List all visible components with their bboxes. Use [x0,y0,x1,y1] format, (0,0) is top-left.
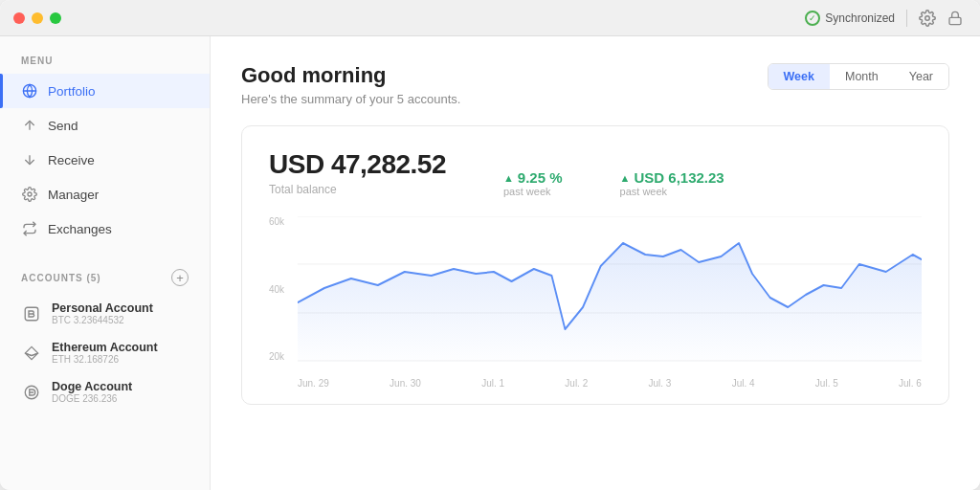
usd-change-stat: ▲ USD 6,132.23 past week [620,169,724,197]
account-item-personal[interactable]: Personal Account BTC 3.23644532 [0,294,210,333]
portfolio-icon [21,82,38,100]
doge-icon [21,382,42,403]
add-account-button[interactable]: + [171,269,189,286]
greeting-row: Good morning Here's the summary of your … [241,63,949,106]
personal-account-name: Personal Account [52,301,153,315]
maximize-button[interactable] [50,12,61,24]
total-balance: USD 47,282.52 Total balance [269,149,446,197]
account-item-ethereum[interactable]: Ethereum Account ETH 32.168726 [0,333,210,372]
y-label-40k: 40k [269,284,284,295]
exchanges-icon [21,220,38,237]
greeting-title: Good morning [241,63,460,88]
personal-account-sub: BTC 3.23644532 [52,315,153,325]
doge-account-info: Doge Account DOGE 236.236 [52,380,132,404]
eth-icon [21,343,42,364]
chart-y-labels: 60k 40k 20k [269,216,284,362]
accounts-label: ACCOUNTS (5) [21,273,101,283]
sidebar-item-send[interactable]: Send [0,108,210,143]
y-label-20k: 20k [269,351,284,362]
account-item-doge[interactable]: Doge Account DOGE 236.236 [0,372,210,412]
total-balance-value: USD 47,282.52 [269,149,446,180]
greeting-text: Good morning Here's the summary of your … [241,63,460,106]
pct-arrow-icon: ▲ [503,172,514,184]
filter-month[interactable]: Month [830,64,894,89]
time-filters: Week Month Year [768,63,949,90]
receive-label: Receive [48,153,95,167]
pct-change-label: past week [503,186,563,197]
ethereum-account-info: Ethereum Account ETH 32.168726 [52,341,158,365]
sidebar: MENU Portfolio [0,36,211,490]
chart-card: USD 47,282.52 Total balance ▲ 9.25 % pas… [241,125,949,405]
titlebar-actions: ✓ Synchronized [805,10,965,27]
manager-label: Manager [48,188,99,202]
svg-point-0 [925,15,930,20]
menu-label: MENU [0,56,210,66]
usd-arrow-icon: ▲ [620,172,631,184]
x-label-jul4: Jul. 4 [732,378,755,389]
sync-check-icon: ✓ [805,11,820,26]
sync-label: Synchronized [825,11,895,25]
svg-point-6 [28,192,32,196]
sidebar-item-manager[interactable]: Manager [0,177,210,212]
close-button[interactable] [13,12,25,24]
x-label-jun29: Jun. 29 [298,378,329,389]
traffic-lights [13,12,61,24]
ethereum-account-sub: ETH 32.168726 [52,354,158,365]
usd-change-number: USD 6,132.23 [634,169,724,186]
send-icon [21,117,38,134]
pct-change-number: 9.25 % [518,169,563,186]
y-label-60k: 60k [269,216,284,227]
titlebar: ✓ Synchronized [0,0,980,36]
lock-icon[interactable] [947,10,965,27]
btc-icon [21,303,42,324]
chart-svg [298,216,922,362]
x-label-jul1: Jul. 1 [481,378,504,389]
minimize-button[interactable] [32,12,43,24]
pct-change-value: ▲ 9.25 % [503,169,563,186]
usd-change-value: ▲ USD 6,132.23 [620,169,724,186]
sidebar-item-portfolio[interactable]: Portfolio [0,74,210,108]
sidebar-item-receive[interactable]: Receive [0,143,210,177]
svg-marker-9 [25,353,37,360]
sidebar-item-exchanges[interactable]: Exchanges [0,212,210,246]
sync-status: ✓ Synchronized [805,11,895,26]
titlebar-divider [906,10,907,27]
x-label-jun30: Jun. 30 [390,378,421,389]
chart-x-labels: Jun. 29 Jun. 30 Jul. 1 Jul. 2 Jul. 3 Jul… [298,378,922,389]
gear-icon[interactable] [919,10,936,27]
chart-stats: USD 47,282.52 Total balance ▲ 9.25 % pas… [269,149,922,197]
filter-year[interactable]: Year [894,64,948,89]
doge-account-sub: DOGE 236.236 [52,393,132,404]
x-label-jul2: Jul. 2 [565,378,588,389]
main-content: Good morning Here's the summary of your … [211,36,980,490]
greeting-subtitle: Here's the summary of your 5 accounts. [241,92,460,106]
pct-change-stat: ▲ 9.25 % past week [503,169,563,197]
x-label-jul6: Jul. 6 [899,378,922,389]
app-body: MENU Portfolio [0,36,980,490]
ethereum-account-name: Ethereum Account [52,341,158,354]
manager-icon [21,186,38,203]
usd-change-label: past week [620,186,724,197]
svg-rect-1 [949,17,961,24]
accounts-header: ACCOUNTS (5) + [0,254,210,294]
app-window: ✓ Synchronized MENU [0,0,980,490]
exchanges-label: Exchanges [48,222,112,236]
chart-area: 60k 40k 20k [269,216,922,389]
x-label-jul5: Jul. 5 [815,378,838,389]
personal-account-info: Personal Account BTC 3.23644532 [52,301,153,325]
portfolio-label: Portfolio [48,84,96,99]
x-label-jul3: Jul. 3 [649,378,672,389]
send-label: Send [48,119,78,133]
receive-icon [21,151,38,168]
filter-week[interactable]: Week [768,64,830,89]
total-balance-label: Total balance [269,183,337,196]
doge-account-name: Doge Account [52,380,132,393]
